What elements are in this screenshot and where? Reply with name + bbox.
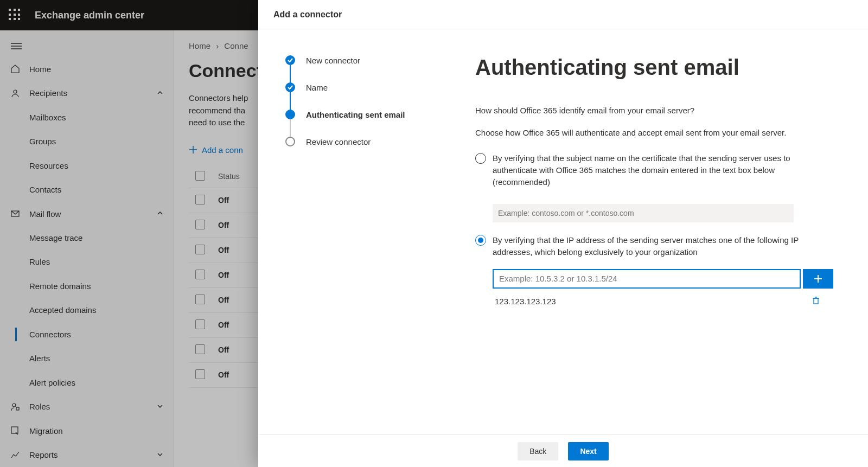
- next-button[interactable]: Next: [568, 442, 608, 460]
- content-instruction: Choose how Office 365 will authenticate …: [475, 128, 833, 137]
- step-label: New connector: [306, 56, 360, 65]
- radio-ip-label: By verifying that the IP address of the …: [493, 234, 833, 258]
- back-button[interactable]: Back: [518, 442, 558, 460]
- add-ip-button[interactable]: [803, 269, 833, 289]
- add-connector-panel: Add a connector New connector Name Authe…: [258, 0, 868, 467]
- step-review[interactable]: Review connector: [285, 137, 436, 146]
- radio-ip[interactable]: By verifying that the IP address of the …: [475, 234, 833, 258]
- radio-certificate[interactable]: By verifying that the subject name on th…: [475, 152, 833, 188]
- check-icon: [285, 82, 295, 92]
- step-new-connector[interactable]: New connector: [285, 55, 436, 65]
- panel-footer: Back Next: [258, 434, 868, 467]
- step-label: Name: [306, 83, 328, 92]
- check-icon: [285, 55, 295, 65]
- step-label: Authenticating sent email: [306, 110, 405, 119]
- ip-value: 123.123.123.123: [495, 297, 556, 306]
- circle-icon: [285, 137, 295, 146]
- wizard-stepper: New connector Name Authenticating sent e…: [258, 29, 454, 434]
- svg-rect-12: [814, 298, 818, 304]
- ip-list-item: 123.123.123.123: [495, 296, 833, 306]
- content-question: How should Office 365 identify email fro…: [475, 106, 833, 115]
- panel-title: Add a connector: [273, 10, 342, 20]
- radio-certificate-label: By verifying that the subject name on th…: [493, 152, 833, 188]
- radio-button-icon: [475, 153, 486, 164]
- trash-icon: [812, 296, 820, 305]
- ip-input[interactable]: [493, 269, 801, 289]
- domain-input[interactable]: [493, 204, 794, 222]
- dot-icon: [285, 110, 295, 119]
- step-authenticating[interactable]: Authenticating sent email: [285, 110, 436, 119]
- content-heading: Authenticating sent email: [475, 55, 833, 80]
- plus-icon: [813, 273, 824, 284]
- radio-button-icon: [475, 235, 486, 246]
- panel-content: Authenticating sent email How should Off…: [454, 29, 868, 434]
- delete-ip-button[interactable]: [812, 296, 820, 306]
- step-label: Review connector: [306, 137, 371, 146]
- panel-header: Add a connector: [258, 0, 868, 29]
- step-name[interactable]: Name: [285, 82, 436, 92]
